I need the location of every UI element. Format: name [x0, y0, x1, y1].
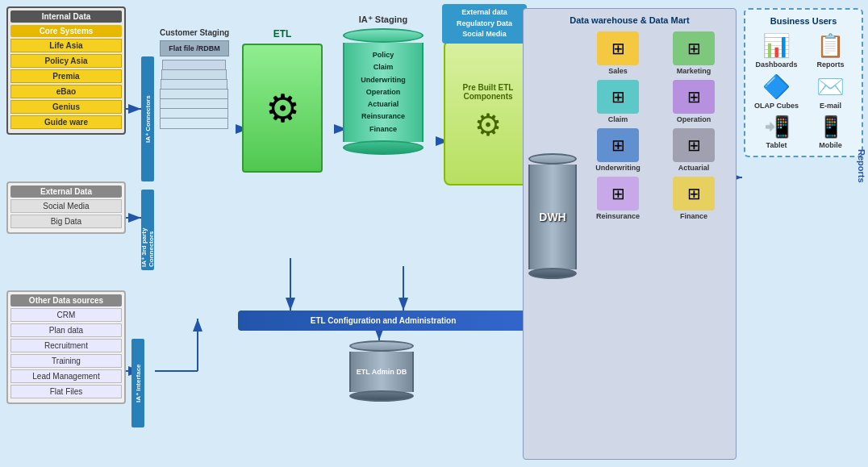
reports-icon: 📋 [806, 32, 855, 59]
dwh-label-actuarial: Actuarial [658, 164, 729, 172]
internal-data-title: Internal Data [10, 10, 122, 23]
dwh-item-reinsurance: ⊞ Reinsurance [582, 177, 653, 220]
dwh-label-underwriting: Underwriting [582, 164, 653, 172]
external-top-box: External data Regulatory Data Social Med… [442, 4, 527, 44]
gear-icon: ⚙ [265, 85, 300, 131]
dwh-item-claim: ⊞ Claim [582, 80, 653, 123]
ia-staging-section: IA⁺ Staging Policy Claim Underwriting Op… [339, 15, 428, 155]
dwh-item-finance: ⊞ Finance [658, 177, 729, 220]
bu-item-olap: 🔷 OLAP Cubes [752, 73, 801, 110]
ia-3rd-party-label: IA⁺ 3rd party Connectors [141, 190, 154, 270]
tablet-icon: 📲 [752, 115, 801, 140]
external-data-box: External Data Social Media Big Data [6, 181, 126, 234]
dwh-title: Data warehouse & Data Mart [530, 15, 729, 25]
etl-gear-box: ⚙ [242, 44, 323, 173]
dwh-label-sales: Sales [582, 67, 653, 75]
staging-item-policy: Policy [373, 51, 394, 59]
email-label: E-mail [806, 102, 855, 110]
dwh-item-sales: ⊞ Sales [582, 31, 653, 75]
etl-section: ETL ⚙ [242, 28, 323, 173]
bu-item-mobile: 📱 Mobile [806, 115, 855, 149]
dwh-label-operation: Operation [658, 115, 729, 123]
prebuilt-section: Pre Built ETL Components ⚙ [444, 40, 532, 186]
external-top-line1: External data [461, 8, 507, 16]
other-item-lead-management: Lead Management [10, 369, 122, 383]
other-item-recruitment: Recruitment [10, 339, 122, 352]
dashboards-label: Dashboards [752, 60, 801, 69]
core-item-guideware: Guide ware [10, 115, 122, 129]
mobile-icon: 📱 [806, 115, 855, 140]
internal-data-box: Internal Data Core Systems Life Asia Pol… [6, 6, 126, 135]
prebuilt-box: Pre Built ETL Components ⚙ [444, 40, 532, 186]
other-sources-box: Other Data sources CRM Plan data Recruit… [6, 290, 126, 404]
bu-item-email: ✉️ E-mail [806, 73, 855, 110]
business-users-section: Business Users 📊 Dashboards 📋 Reports 🔷 … [744, 8, 863, 157]
other-item-flat-files: Flat Files [10, 385, 122, 398]
tablet-label: Tablet [752, 141, 801, 149]
etl-admin-label: ETL Admin DB [357, 368, 407, 376]
core-item-policy-asia: Policy Asia [10, 54, 122, 68]
reports-vertical-label: Reports [857, 149, 866, 183]
ia-staging-cylinder: Policy Claim Underwriting Operation Actu… [343, 28, 424, 155]
core-item-premia: Premia [10, 69, 122, 83]
email-icon: ✉️ [806, 73, 855, 100]
core-item-life-asia: Life Asia [10, 39, 122, 52]
etl-admin-section: ETL Admin DB [345, 340, 418, 402]
customer-staging-title: Customer Staging [160, 28, 229, 37]
business-users-title: Business Users [752, 16, 855, 26]
bu-item-tablet: 📲 Tablet [752, 115, 801, 149]
ia-connectors-label: IA⁺ Connectors [141, 56, 154, 181]
dwh-label-marketing: Marketing [658, 67, 729, 75]
dwh-item-actuarial: ⊞ Actuarial [658, 128, 729, 172]
staging-item-claim: Claim [373, 63, 394, 71]
share-icon: ⚙ [474, 107, 502, 143]
staging-item-underwriting: Underwriting [361, 76, 406, 84]
prebuilt-title: Pre Built ETL Components [452, 83, 524, 101]
core-item-ebao: eBao [10, 85, 122, 98]
olap-label: OLAP Cubes [752, 102, 801, 110]
dwh-cylinder-label: DWH [539, 211, 565, 223]
dwh-label-reinsurance: Reinsurance [582, 212, 653, 220]
flat-file-label: Flat file /RDBM [160, 40, 229, 56]
ext-item-social-media: Social Media [10, 199, 122, 213]
ext-item-big-data: Big Data [10, 215, 122, 228]
other-item-plan-data: Plan data [10, 323, 122, 337]
other-item-training: Training [10, 354, 122, 368]
dashboards-icon: 📊 [752, 32, 801, 59]
bu-item-reports: 📋 Reports [806, 32, 855, 69]
etl-config-label: ETL Configuration and Administration [238, 311, 528, 331]
core-systems-title: Core Systems [10, 25, 122, 37]
external-top-line2: Regulatory Data [457, 19, 512, 27]
external-top-line3: Social Media [462, 30, 507, 38]
staging-item-operation: Operation [366, 88, 401, 96]
staging-item-actuarial: Actuarial [368, 100, 399, 108]
staging-item-finance: Finance [369, 125, 397, 133]
dwh-label-finance: Finance [658, 212, 729, 220]
etl-title: ETL [242, 28, 323, 40]
staging-item-reinsurance: Reinsurance [361, 112, 405, 120]
customer-staging-section: Customer Staging Flat file /RDBM [160, 28, 229, 165]
other-item-crm: CRM [10, 308, 122, 322]
olap-icon: 🔷 [752, 73, 801, 100]
dwh-item-marketing: ⊞ Marketing [658, 31, 729, 75]
dwh-label-claim: Claim [582, 115, 653, 123]
other-sources-title: Other Data sources [10, 294, 122, 306]
dwh-cylinder: DWH [528, 153, 577, 279]
stacked-pages [160, 60, 228, 165]
etl-config-box: ETL Configuration and Administration [238, 311, 528, 331]
dwh-item-operation: ⊞ Operation [658, 80, 729, 123]
ia-interface-label: IA⁺ Interface [131, 339, 144, 427]
mobile-label: Mobile [806, 141, 855, 149]
bu-item-dashboards: 📊 Dashboards [752, 32, 801, 69]
external-data-title: External Data [10, 186, 122, 198]
dwh-item-underwriting: ⊞ Underwriting [582, 128, 653, 172]
reports-label-text: Reports [806, 60, 855, 69]
core-item-genius: Genius [10, 100, 122, 114]
ia-staging-title: IA⁺ Staging [339, 15, 428, 25]
